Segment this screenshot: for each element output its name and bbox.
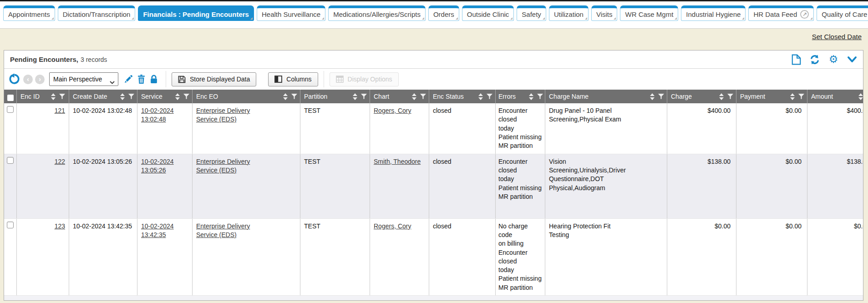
filter-icon[interactable] (798, 94, 804, 99)
tab-wr-case-mgmt[interactable]: WR Case Mgmt (620, 5, 678, 21)
enc-id-link[interactable]: 123 (55, 222, 65, 230)
enc-eo-link[interactable]: Enterprise Delivery Service (EDS) (196, 107, 250, 123)
filter-icon[interactable] (727, 94, 733, 99)
column-header-amount[interactable]: Amount (807, 90, 863, 103)
column-header-chart[interactable]: Chart (370, 90, 429, 103)
create-date-cell: 10-02-2024 13:02:48 (69, 103, 137, 154)
trash-icon[interactable] (135, 73, 147, 86)
table-row: 122 10-02-2024 13:05:26 10-02-2024 13:05… (4, 154, 863, 219)
tab-hr-data-feed[interactable]: HR Data Feed ↗ (748, 5, 814, 21)
filter-icon[interactable] (658, 94, 664, 99)
column-header-create-date[interactable]: Create Date (69, 90, 137, 103)
select-all-checkbox[interactable] (7, 95, 14, 101)
external-link-icon: ↗ (800, 10, 809, 19)
chart-link[interactable]: Rogers, Cory (374, 222, 411, 230)
filter-icon[interactable] (183, 94, 189, 99)
payment-cell: $0.00 (736, 219, 807, 296)
column-header-enc-status[interactable]: Enc Status (429, 90, 496, 103)
filter-icon[interactable] (420, 94, 426, 99)
enc-eo-link[interactable]: Enterprise Delivery Service (EDS) (196, 222, 250, 238)
service-link[interactable]: 10-02-2024 13:05:26 (141, 158, 174, 174)
tab-orders[interactable]: Orders (428, 5, 459, 21)
tab-dictation-transcription[interactable]: Dictation/Transcription (58, 5, 136, 21)
tab-appointments[interactable]: Appointments (3, 5, 55, 21)
tab-health-surveillance[interactable]: Health Surveillance (257, 5, 325, 21)
column-header-enc-eo[interactable]: Enc EO (193, 90, 300, 103)
refresh-icon[interactable] (809, 54, 820, 65)
filter-icon[interactable] (128, 94, 134, 99)
sort-icon[interactable] (719, 93, 724, 100)
tab-quality-of-care[interactable]: Quality of Care (817, 5, 868, 21)
nav-prev-icon[interactable]: ‹ (23, 75, 33, 84)
column-header-charge[interactable]: Charge (667, 90, 736, 103)
sort-icon[interactable] (790, 93, 795, 100)
tab-industrial-hygiene[interactable]: Industrial Hygiene (681, 5, 746, 21)
new-document-icon[interactable] (791, 54, 802, 65)
enc-status-cell: closed (429, 154, 496, 218)
sort-icon[interactable] (412, 93, 416, 100)
chevron-down-icon[interactable] (847, 54, 858, 65)
filter-icon[interactable] (361, 94, 367, 99)
tab-medications-allergies-scripts[interactable]: Medications/Allergies/Scripts (328, 5, 426, 21)
row-checkbox[interactable] (7, 157, 14, 164)
nav-next-icon[interactable]: › (35, 75, 45, 84)
enc-status-cell: closed (429, 103, 496, 154)
sort-icon[interactable] (478, 93, 483, 100)
charge-name-cell: Vision Screening,Urinalysis,Driver Quest… (545, 154, 667, 218)
sort-icon[interactable] (353, 93, 357, 100)
column-header-payment[interactable]: Payment (736, 90, 807, 103)
create-date-cell: 10-02-2024 13:42:35 (69, 219, 137, 296)
row-checkbox[interactable] (7, 106, 14, 113)
sort-icon[interactable] (650, 93, 655, 100)
pending-encounters-panel: Pending Encounters, 3 records ⚙ ‹ (4, 50, 863, 301)
set-closed-date-link[interactable]: Set Closed Date (812, 33, 862, 40)
sort-icon[interactable] (175, 93, 180, 100)
tab-visits[interactable]: Visits (591, 5, 618, 21)
service-link[interactable]: 10-02-2024 13:42:35 (141, 222, 174, 238)
enc-eo-link[interactable]: Enterprise Delivery Service (EDS) (196, 158, 250, 174)
column-header-errors[interactable]: Errors (496, 90, 545, 103)
row-checkbox[interactable] (7, 222, 14, 228)
gear-icon[interactable]: ⚙ (828, 54, 839, 65)
filter-icon[interactable] (537, 94, 543, 99)
amount-cell: $138.00 (807, 154, 863, 218)
column-header-select (4, 90, 17, 103)
filter-icon[interactable] (487, 94, 492, 99)
column-header-service[interactable]: Service (137, 90, 193, 103)
charge-name-cell: Drug Panel - 10 Panel Screening,Physical… (545, 103, 667, 154)
sort-icon[interactable] (529, 93, 533, 100)
sort-icon[interactable] (51, 93, 56, 100)
tab-outside-clinic[interactable]: Outside Clinic (462, 5, 514, 21)
columns-button[interactable]: Columns (268, 72, 318, 86)
column-header-charge-name[interactable]: Charge Name (545, 90, 667, 103)
store-displayed-data-button[interactable]: Store Displayed Data (172, 72, 256, 86)
service-link[interactable]: 10-02-2024 13:02:48 (141, 107, 174, 123)
undo-icon[interactable] (8, 73, 21, 86)
filter-icon[interactable] (59, 94, 65, 99)
column-header-partition[interactable]: Partition (300, 90, 370, 103)
sort-icon[interactable] (120, 93, 125, 100)
table-row: 121 10-02-2024 13:02:48 10-02-2024 13:02… (4, 103, 863, 154)
errors-cell: Encounter closed today Patient missing M… (496, 154, 545, 218)
chart-link[interactable]: Rogers, Cory (374, 107, 411, 114)
tab-financials-pending-encounters[interactable]: Financials : Pending Encounters (138, 5, 254, 21)
panel-header: Pending Encounters, 3 records ⚙ (4, 50, 863, 69)
enc-id-link[interactable]: 122 (55, 158, 65, 165)
display-options-icon (336, 76, 344, 83)
perspective-select[interactable]: Main Perspective (49, 72, 118, 86)
errors-cell: No charge code on billing Encounter clos… (496, 219, 545, 296)
chart-link[interactable]: Smith, Theodore (374, 158, 421, 165)
filter-icon[interactable] (291, 94, 297, 99)
page-background: Set Closed Date Pending Encounters, 3 re… (0, 29, 868, 303)
pencil-icon[interactable] (122, 73, 135, 86)
lock-icon[interactable] (147, 73, 160, 86)
sort-icon[interactable] (283, 93, 288, 100)
tab-utilization[interactable]: Utilization (549, 5, 589, 21)
charge-cell: $0.00 (667, 219, 736, 296)
column-header-enc-id[interactable]: Enc ID (17, 90, 69, 103)
toolbar-separator (324, 71, 324, 87)
tab-safety[interactable]: Safety (517, 5, 546, 21)
partition-cell: TEST (300, 219, 370, 296)
enc-id-link[interactable]: 121 (55, 107, 65, 114)
sort-icon[interactable] (858, 93, 863, 100)
